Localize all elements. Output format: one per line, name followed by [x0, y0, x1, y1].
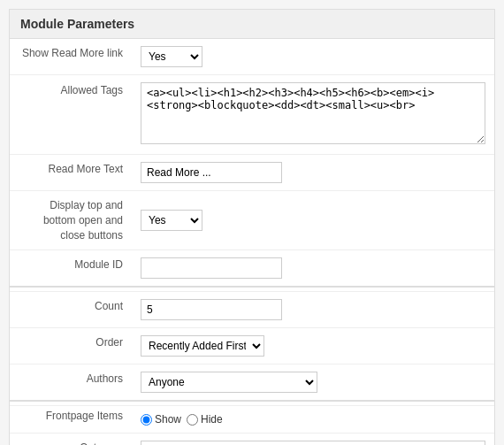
read-more-text-row: Read More Text — [10, 155, 494, 191]
frontpage-hide-label[interactable]: Hide — [187, 413, 223, 426]
display-buttons-label: Display top and bottom open and close bu… — [10, 191, 132, 250]
count-row: Count — [10, 292, 494, 328]
count-label: Count — [10, 292, 132, 328]
read-more-text-input[interactable] — [141, 162, 282, 183]
frontpage-items-row: Frontpage Items Show Hide — [10, 406, 494, 433]
authors-select[interactable]: Anyone Added by Me Not Added by Me — [141, 372, 317, 393]
show-read-more-row: Show Read More link Yes No — [10, 39, 494, 75]
display-buttons-select[interactable]: Yes No — [141, 210, 202, 231]
frontpage-hide-radio[interactable] — [187, 414, 198, 426]
order-label: Order — [10, 328, 132, 364]
frontpage-items-label: Frontpage Items — [10, 406, 132, 433]
read-more-text-field — [132, 155, 494, 191]
order-select[interactable]: Recently Added First Recently Modified F… — [141, 335, 264, 357]
frontpage-show-label[interactable]: Show — [141, 413, 181, 426]
category-select[interactable]: Select all categories — [141, 441, 485, 445]
frontpage-items-field: Show Hide — [132, 406, 494, 433]
category-field: Select all categories — [132, 433, 494, 445]
module-id-input[interactable] — [141, 257, 282, 279]
count-input[interactable] — [141, 299, 282, 320]
form-table: Show Read More link Yes No Allowed Tags … — [10, 39, 494, 445]
authors-row: Authors Anyone Added by Me Not Added by … — [10, 364, 494, 402]
category-label: Category — [10, 433, 132, 445]
order-field: Recently Added First Recently Modified F… — [132, 328, 494, 364]
show-read-more-label: Show Read More link — [10, 39, 132, 75]
authors-field: Anyone Added by Me Not Added by Me — [132, 364, 494, 402]
count-field — [132, 292, 494, 328]
display-buttons-field: Yes No — [132, 191, 494, 250]
show-read-more-field: Yes No — [132, 39, 494, 75]
order-row: Order Recently Added First Recently Modi… — [10, 328, 494, 364]
read-more-text-label: Read More Text — [10, 155, 132, 191]
category-row: Category Select all categories — [10, 433, 494, 445]
module-id-row: Module ID — [10, 250, 494, 288]
frontpage-show-radio[interactable] — [141, 414, 152, 426]
module-id-field — [132, 250, 494, 288]
panel-title: Module Parameters — [10, 10, 494, 39]
display-buttons-row: Display top and bottom open and close bu… — [10, 191, 494, 250]
frontpage-radio-group: Show Hide — [141, 413, 485, 426]
module-id-label: Module ID — [10, 250, 132, 288]
frontpage-show-text: Show — [155, 413, 181, 426]
show-read-more-select[interactable]: Yes No — [141, 46, 202, 67]
allowed-tags-textarea[interactable]: <a><ul><li><h1><h2><h3><h4><h5><h6><b><e… — [141, 82, 485, 144]
frontpage-hide-text: Hide — [201, 413, 223, 426]
allowed-tags-label: Allowed Tags — [10, 75, 132, 155]
module-parameters-panel: Module Parameters Show Read More link Ye… — [9, 9, 495, 445]
allowed-tags-field: <a><ul><li><h1><h2><h3><h4><h5><h6><b><e… — [132, 75, 494, 155]
allowed-tags-row: Allowed Tags <a><ul><li><h1><h2><h3><h4>… — [10, 75, 494, 155]
authors-label: Authors — [10, 364, 132, 402]
